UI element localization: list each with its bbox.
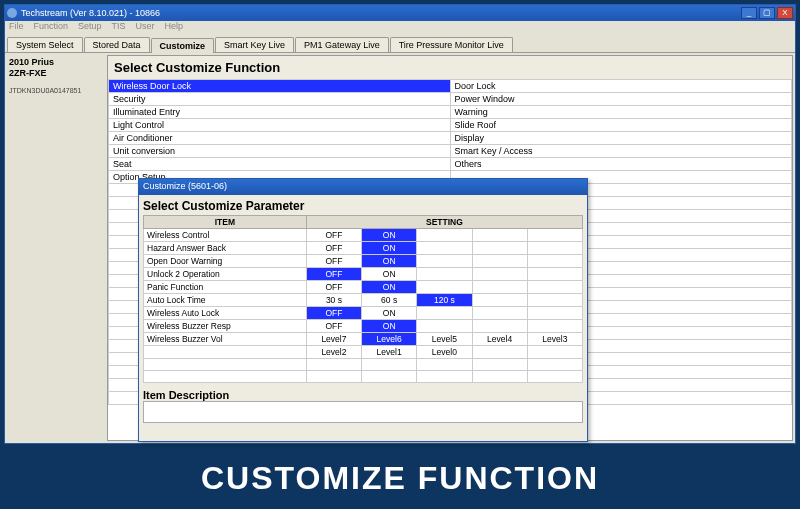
param-option[interactable]: Level1 [362, 346, 417, 359]
content-heading: Select Customize Function [108, 56, 792, 79]
param-option[interactable]: Level0 [417, 346, 472, 359]
function-cell[interactable]: Power Window [450, 93, 792, 106]
vehicle-vin: JTDKN3DU0A0147851 [9, 87, 101, 94]
param-option[interactable]: 120 s [417, 294, 472, 307]
param-option [417, 242, 472, 255]
vehicle-model: 2010 Prius [9, 57, 101, 68]
param-item[interactable]: Panic Function [144, 281, 307, 294]
param-option [527, 294, 582, 307]
param-option[interactable]: OFF [306, 268, 361, 281]
item-description-box [143, 401, 583, 423]
param-option [472, 346, 527, 359]
function-cell[interactable]: Door Lock [450, 80, 792, 93]
param-option[interactable]: Level4 [472, 333, 527, 346]
dialog-title: Customize (5601-06) [139, 179, 587, 195]
dialog-heading: Select Customize Parameter [143, 197, 583, 215]
param-option[interactable]: 60 s [362, 294, 417, 307]
param-option [472, 307, 527, 320]
param-option[interactable]: OFF [306, 229, 361, 242]
menu-file[interactable]: File [9, 21, 24, 35]
param-option [527, 255, 582, 268]
param-option [527, 307, 582, 320]
param-item[interactable]: Unlock 2 Operation [144, 268, 307, 281]
param-option[interactable]: Level7 [306, 333, 361, 346]
param-item[interactable]: Wireless Buzzer Vol [144, 333, 307, 346]
banner: CUSTOMIZE FUNCTION [0, 447, 800, 509]
banner-text: CUSTOMIZE FUNCTION [201, 460, 599, 497]
tab-pm1-gateway-live[interactable]: PM1 Gateway Live [295, 37, 389, 52]
param-option [527, 371, 582, 383]
menu-user[interactable]: User [136, 21, 155, 35]
param-option[interactable]: Level3 [527, 333, 582, 346]
function-cell[interactable]: Security [109, 93, 451, 106]
param-option [472, 281, 527, 294]
function-cell[interactable]: Smart Key / Access [450, 145, 792, 158]
close-button[interactable]: X [777, 7, 793, 19]
param-option[interactable]: ON [362, 307, 417, 320]
param-option [417, 371, 472, 383]
param-option[interactable]: ON [362, 268, 417, 281]
col-setting: SETTING [306, 216, 582, 229]
menu-help[interactable]: Help [165, 21, 184, 35]
param-option[interactable]: Level6 [362, 333, 417, 346]
maximize-button[interactable]: ▢ [759, 7, 775, 19]
param-option[interactable]: ON [362, 281, 417, 294]
function-cell[interactable]: Seat [109, 158, 451, 171]
app-icon [7, 8, 17, 18]
tab-stored-data[interactable]: Stored Data [84, 37, 150, 52]
param-item[interactable]: Wireless Buzzer Resp [144, 320, 307, 333]
function-cell[interactable]: Unit conversion [109, 145, 451, 158]
param-option[interactable]: ON [362, 242, 417, 255]
function-cell[interactable]: Others [450, 158, 792, 171]
param-option [472, 255, 527, 268]
param-item[interactable]: Hazard Answer Back [144, 242, 307, 255]
menu-setup[interactable]: Setup [78, 21, 102, 35]
param-item[interactable]: Wireless Auto Lock [144, 307, 307, 320]
function-cell[interactable]: Slide Roof [450, 119, 792, 132]
tab-customize[interactable]: Customize [151, 38, 215, 53]
param-option[interactable]: OFF [306, 307, 361, 320]
param-option[interactable]: ON [362, 229, 417, 242]
param-option[interactable]: OFF [306, 320, 361, 333]
param-option [472, 294, 527, 307]
param-item[interactable]: Open Door Warning [144, 255, 307, 268]
param-item[interactable]: Auto Lock Time [144, 294, 307, 307]
param-option[interactable]: OFF [306, 255, 361, 268]
param-item [144, 346, 307, 359]
menu-function[interactable]: Function [34, 21, 69, 35]
tab-system-select[interactable]: System Select [7, 37, 83, 52]
tab-smart-key-live[interactable]: Smart Key Live [215, 37, 294, 52]
tab-tpm-live[interactable]: Tire Pressure Monitor Live [390, 37, 513, 52]
param-option [417, 229, 472, 242]
param-option[interactable]: OFF [306, 281, 361, 294]
param-option [527, 346, 582, 359]
function-cell[interactable]: Light Control [109, 119, 451, 132]
param-option [417, 268, 472, 281]
param-option [417, 359, 472, 371]
param-option[interactable]: ON [362, 255, 417, 268]
minimize-button[interactable]: _ [741, 7, 757, 19]
function-cell[interactable]: Display [450, 132, 792, 145]
function-cell[interactable]: Warning [450, 106, 792, 119]
param-option [472, 359, 527, 371]
param-option[interactable]: OFF [306, 242, 361, 255]
param-option[interactable]: ON [362, 320, 417, 333]
function-cell[interactable]: Air Conditioner [109, 132, 451, 145]
col-item: ITEM [144, 216, 307, 229]
function-cell[interactable]: Wireless Door Lock [109, 80, 451, 93]
vehicle-engine: 2ZR-FXE [9, 68, 101, 79]
param-option[interactable]: Level5 [417, 333, 472, 346]
function-cell[interactable]: Illuminated Entry [109, 106, 451, 119]
param-option [306, 371, 361, 383]
menu-tis[interactable]: TIS [112, 21, 126, 35]
param-option [472, 242, 527, 255]
param-option [527, 281, 582, 294]
param-option[interactable]: 30 s [306, 294, 361, 307]
param-option [417, 307, 472, 320]
param-option [527, 359, 582, 371]
param-option[interactable]: Level2 [306, 346, 361, 359]
customize-dialog: Customize (5601-06) Select Customize Par… [138, 178, 588, 442]
sidebar: 2010 Prius 2ZR-FXE JTDKN3DU0A0147851 [5, 53, 105, 443]
param-option [472, 229, 527, 242]
param-item[interactable]: Wireless Control [144, 229, 307, 242]
